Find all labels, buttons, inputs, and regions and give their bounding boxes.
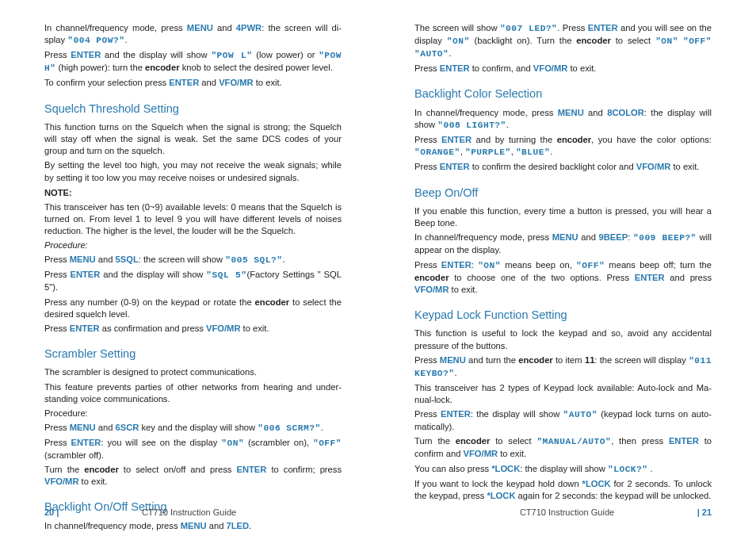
encoder-term: encoder <box>557 135 592 144</box>
beep-block: If you enable this function, every time … <box>414 205 712 298</box>
enter-key: ENTER <box>70 270 100 279</box>
text: In channel/frequency mode, press <box>414 232 552 242</box>
vfomr-key: VFO/MR <box>219 78 254 87</box>
text: (scrambler off). <box>44 450 104 460</box>
text: knob to select the desired power level. <box>180 63 333 72</box>
text: : the display will show <box>471 409 563 419</box>
text: This feature prevents parties of other n… <box>44 381 342 405</box>
lcd-text: "ORANGE" <box>414 147 460 157</box>
text: and the display will show <box>101 50 211 59</box>
text: You can also press <box>414 464 491 473</box>
lcd-text: "BLUE" <box>516 147 550 157</box>
lcd-text: "MANUAL/AUTO" <box>536 437 611 446</box>
lcd-text: "004 POW?" <box>67 36 124 45</box>
backlight-block: In channel/frequency mode, press MENU an… <box>44 520 342 534</box>
scrambler-block: The scrambler is designed to protect com… <box>44 366 342 490</box>
text: Press <box>414 63 440 73</box>
lcd-text: "SQL 5" <box>206 270 246 280</box>
text: : the display will show <box>520 464 608 473</box>
6scr-key: 6SCR <box>116 423 139 432</box>
text: The screen will show <box>414 23 500 33</box>
text: Press <box>44 423 70 432</box>
text: to exit. <box>79 477 108 486</box>
text: Press <box>44 270 70 279</box>
text: , you have the color options: <box>591 135 712 144</box>
enter-key: ENTER <box>236 465 266 474</box>
text: to confirm the desired backlight color a… <box>470 162 636 171</box>
text: to item <box>553 355 585 365</box>
text: to choose one of the two options. Press <box>449 273 635 282</box>
vfomr-key: VFO/MR <box>44 477 79 486</box>
text: . <box>455 368 457 377</box>
text: , then press <box>611 436 669 446</box>
menu-key: MENU <box>552 232 578 242</box>
menu-key: MENU <box>181 521 207 530</box>
vfomr-key: VFO/MR <box>533 63 568 73</box>
lcd-text: "LOCK?" <box>608 465 648 474</box>
page-number: | 21 <box>697 507 712 519</box>
footer-left: 20 | CT710 Instruction Guide <box>0 507 378 519</box>
lock-key: *LOCK <box>491 464 520 473</box>
text: and <box>213 23 236 33</box>
7led-key: 7LED <box>227 521 250 530</box>
enter-key: ENTER <box>635 273 665 282</box>
note-label: NOTE: <box>44 187 342 199</box>
lcd-text: "PURPLE" <box>465 147 511 157</box>
lcd-text: "AUTO" <box>563 410 598 419</box>
text: and <box>199 78 219 87</box>
enter-key: ENTER <box>169 78 199 87</box>
page-right: The screen will show "007 LED?". Press E… <box>378 0 756 536</box>
text: . <box>647 464 652 473</box>
encoder-term: encoder <box>456 436 491 446</box>
text: . <box>282 255 284 264</box>
text: as confirmation and press <box>100 324 206 333</box>
enter-key: ENTER <box>440 63 470 73</box>
text: to exit. <box>240 324 269 333</box>
text: : the screen will show <box>139 255 225 264</box>
text: This function turns on the Squelch when … <box>44 121 342 157</box>
text: . <box>550 147 552 156</box>
lcd-text: "OFF" <box>576 261 605 270</box>
procedure-label: Procedure: <box>44 408 342 419</box>
squelch-block: This function turns on the Squelch when … <box>44 121 342 337</box>
text: and <box>578 232 599 242</box>
text: : the screen will display <box>594 355 689 365</box>
keypad-lock-block: This function is useful to lock the keyp… <box>414 327 712 503</box>
page-left: In channel/frequency mode, press MENU an… <box>0 0 378 536</box>
9beep-key: 9BEEP <box>599 232 628 242</box>
scrambler-heading: Scrambler Setting <box>44 346 342 362</box>
text: means beep on, <box>501 260 576 270</box>
4pwr-key: 4PWR <box>236 23 262 33</box>
text: (scrambler on), <box>244 438 313 447</box>
text: to exit. <box>498 449 526 458</box>
text: Press <box>414 162 440 171</box>
enter-key: ENTER <box>71 50 101 59</box>
footer-title: CT710 Instruction Guide <box>520 507 614 519</box>
lock-key: *LOCK <box>582 479 611 488</box>
text: to exit. <box>449 285 478 294</box>
text: and <box>207 521 227 530</box>
enter-key: ENTER <box>441 409 471 419</box>
text: to confirm; press <box>266 465 342 474</box>
text: (high power): turn the <box>55 63 145 72</box>
lcd-text: "ON" <box>447 36 470 46</box>
enter-key: ENTER <box>440 162 470 171</box>
menu-key: MENU <box>70 423 96 432</box>
text: : <box>628 232 633 242</box>
vfomr-key: VFO/MR <box>636 162 671 171</box>
text: (low power) or <box>253 50 319 59</box>
text: To confirm your selection press <box>44 78 169 87</box>
text: In channel/frequency mode, press <box>44 521 181 530</box>
text: Press any number (0-9) on the keypad or … <box>44 297 255 307</box>
text: means beep off; turn the <box>605 260 712 270</box>
text: In channel/frequency mode, press <box>44 23 187 33</box>
8color-key: 8COLOR <box>607 108 644 117</box>
encoder-term: encoder <box>518 355 553 365</box>
text: : <box>472 260 478 270</box>
text: Press <box>44 50 71 59</box>
enter-key: ENTER <box>441 135 472 144</box>
lcd-text: "008 LIGHT?" <box>437 121 506 130</box>
procedure-label: Procedure: <box>44 239 342 251</box>
text: Press <box>44 324 70 333</box>
text: Turn the <box>44 465 84 474</box>
